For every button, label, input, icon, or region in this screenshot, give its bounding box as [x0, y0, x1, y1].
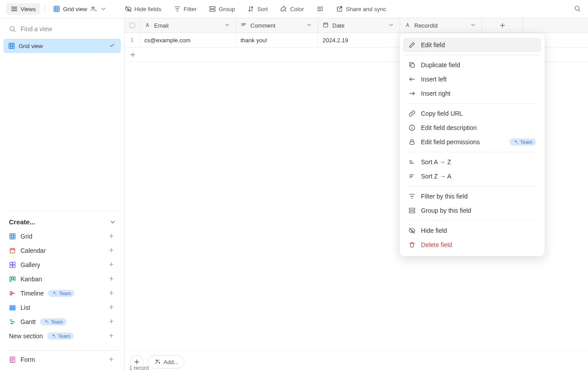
plus-icon — [108, 332, 115, 340]
sort-za-icon — [408, 173, 416, 180]
chevron-down-icon[interactable] — [388, 22, 395, 29]
grid-header: Email Comment Date RecordId — [125, 18, 588, 33]
sort-icon — [247, 5, 254, 12]
form-label: Form — [20, 356, 35, 363]
rowheight-icon — [316, 5, 323, 12]
team-badge: Team — [47, 332, 74, 340]
ctx-hide-field[interactable]: Hide field — [403, 223, 541, 238]
list-icon — [9, 304, 16, 311]
toolbar: Views Grid view Hide fields Filter Group… — [0, 0, 588, 18]
ctx-copy-url[interactable]: Copy field URL — [403, 106, 541, 121]
add-menu-button[interactable]: Add... — [148, 355, 184, 369]
filter-icon — [408, 193, 416, 200]
chevron-down-icon[interactable] — [306, 22, 313, 29]
grid-footer: Add... — [125, 350, 588, 373]
toolbar-divider — [45, 5, 45, 13]
column-label: Comment — [250, 22, 275, 29]
team-badge: Team — [510, 138, 536, 146]
column-header-date[interactable]: Date — [318, 18, 400, 32]
ctx-filter-by[interactable]: Filter by this field — [403, 189, 541, 203]
group-icon — [209, 5, 216, 12]
views-sidebar: Find a view Grid view Create... Grid — [0, 18, 125, 373]
column-header-recordid[interactable]: RecordId — [400, 18, 482, 32]
gantt-icon — [9, 318, 16, 325]
plus-icon — [108, 290, 115, 297]
view-item-grid-view[interactable]: Grid view — [4, 39, 121, 53]
current-view-label: Grid view — [63, 6, 87, 12]
ctx-duplicate-field[interactable]: Duplicate field — [403, 58, 541, 72]
ctx-delete-field[interactable]: Delete field — [403, 238, 541, 252]
ctx-edit-permissions[interactable]: Edit field permissions Team — [403, 135, 541, 149]
chevron-down-icon — [109, 219, 116, 226]
color-button[interactable]: Color — [277, 3, 307, 15]
share-button[interactable]: Share and sync — [332, 3, 389, 15]
cell-date[interactable]: 2024.2.19 — [318, 33, 400, 47]
hide-fields-label: Hide fields — [135, 6, 162, 12]
ctx-insert-left[interactable]: Insert left — [403, 72, 541, 86]
people-icon — [90, 5, 97, 12]
create-view-gantt[interactable]: Gantt Team — [5, 315, 119, 329]
record-count: 1 record — [129, 365, 149, 371]
create-view-form[interactable]: Form — [5, 353, 119, 367]
share-icon — [336, 5, 343, 12]
cell-email[interactable]: cs@example.com — [140, 33, 236, 47]
views-button[interactable]: Views — [6, 3, 40, 15]
select-all-checkbox[interactable] — [125, 18, 140, 32]
current-view-button[interactable]: Grid view — [49, 3, 110, 15]
create-new-section[interactable]: New section Team — [5, 329, 119, 343]
group-button[interactable]: Group — [205, 3, 238, 15]
chevron-down-icon[interactable] — [224, 22, 231, 29]
ctx-sort-za[interactable]: Sort Z → A — [403, 169, 541, 183]
hide-icon — [125, 5, 132, 12]
sort-button[interactable]: Sort — [244, 3, 271, 15]
ctx-edit-description[interactable]: Edit field description — [403, 121, 541, 135]
create-view-list: Grid Calendar Gallery Kanban — [0, 229, 124, 347]
find-view-input[interactable]: Find a view — [0, 22, 124, 36]
plus-icon — [108, 304, 115, 311]
create-view-calendar[interactable]: Calendar — [5, 243, 119, 258]
add-column-button[interactable] — [482, 18, 523, 32]
hide-fields-button[interactable]: Hide fields — [121, 3, 165, 15]
filter-button[interactable]: Filter — [170, 3, 200, 15]
cell-comment[interactable]: thank you! — [236, 33, 318, 47]
ctx-edit-field[interactable]: Edit field — [403, 38, 541, 52]
duplicate-icon — [408, 61, 416, 69]
plus-icon — [108, 233, 115, 240]
create-item-label: List — [20, 304, 30, 311]
grid-icon — [9, 233, 16, 240]
plus-icon — [133, 358, 140, 365]
column-header-comment[interactable]: Comment — [236, 18, 318, 32]
create-view-grid[interactable]: Grid — [5, 229, 119, 243]
plus-icon — [499, 22, 506, 29]
create-view-timeline[interactable]: Timeline Team — [5, 286, 119, 300]
check-icon — [109, 42, 116, 49]
create-header-label: Create... — [9, 218, 35, 226]
text-icon — [404, 22, 412, 29]
chevron-down-icon[interactable] — [470, 22, 477, 29]
create-view-list[interactable]: List — [5, 300, 119, 315]
pencil-icon — [408, 41, 416, 49]
create-view-kanban[interactable]: Kanban — [5, 272, 119, 286]
plus-icon — [108, 261, 115, 268]
search-button[interactable] — [571, 2, 584, 16]
color-label: Color — [290, 6, 304, 12]
color-icon — [280, 5, 287, 12]
plus-icon — [108, 276, 115, 283]
filter-label: Filter — [184, 6, 196, 12]
views-label: Views — [20, 6, 36, 12]
lock-icon — [408, 138, 416, 146]
column-header-email[interactable]: Email — [140, 18, 236, 32]
kanban-icon — [9, 276, 16, 283]
create-view-gallery[interactable]: Gallery — [5, 258, 119, 272]
chevron-down-icon — [100, 5, 107, 12]
team-badge: Team — [48, 290, 74, 297]
ctx-sort-az[interactable]: Sort A → Z — [403, 155, 541, 169]
rowheight-button[interactable] — [313, 3, 327, 15]
create-item-label: Timeline — [20, 290, 44, 297]
ctx-group-by[interactable]: Group by this field — [403, 203, 541, 218]
create-section-toggle[interactable]: Create... — [0, 214, 124, 229]
plus-icon — [129, 51, 136, 58]
longtext-icon — [241, 22, 248, 29]
form-icon — [9, 356, 16, 363]
ctx-insert-right[interactable]: Insert right — [403, 86, 541, 101]
